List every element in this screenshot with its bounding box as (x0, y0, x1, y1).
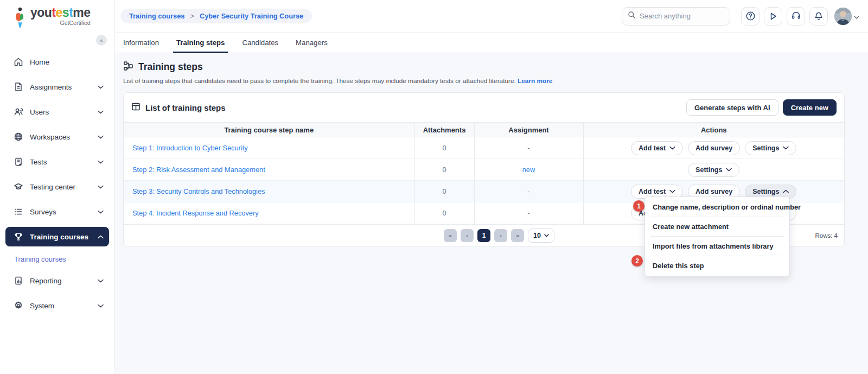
learn-more-link[interactable]: Learn more (518, 77, 552, 85)
chevron-up-icon (783, 189, 789, 193)
sidebar-subitem-training-courses[interactable]: Training courses (5, 252, 109, 271)
breadcrumb-current-course[interactable]: Cyber Security Training Course (200, 12, 303, 20)
sidebar-item-label: Reporting (30, 277, 97, 285)
course-tabs: Information Training steps Candidates Ma… (115, 33, 868, 53)
sidebar-item-assignments[interactable]: Assignments (5, 77, 109, 97)
pagination-first-button[interactable]: « (444, 229, 457, 242)
step-link[interactable]: Step 3: Security Controls and Technologi… (132, 187, 265, 195)
annotation-badge-2: 2 (631, 255, 643, 267)
generate-steps-ai-button[interactable]: Generate steps with AI (686, 99, 778, 116)
sidebar-item-system[interactable]: System (5, 296, 109, 315)
logo[interactable]: youtestme GetCertified (0, 0, 114, 34)
create-new-button[interactable]: Create new (783, 99, 837, 116)
list-icon (13, 207, 23, 217)
menu-item-import-files[interactable]: Import files from attachments library (645, 237, 789, 256)
menu-item-delete-step[interactable]: Delete this step (645, 256, 789, 275)
add-test-button[interactable]: Add test (631, 141, 683, 155)
chevron-down-icon (783, 146, 789, 150)
main-area: Training courses > Cyber Security Traini… (115, 0, 868, 374)
notifications-bell-button[interactable] (809, 7, 828, 26)
assignment-value: - (474, 137, 583, 159)
sidebar-collapse-button[interactable]: « (96, 35, 107, 46)
sidebar: youtestme GetCertified « Home Assignment… (0, 0, 115, 374)
sidebar-item-label: Assignments (30, 83, 97, 91)
settings-button[interactable]: Settings (745, 141, 796, 155)
globe-icon (13, 132, 23, 142)
sidebar-nav: Home Assignments Users Workspaces (0, 34, 114, 315)
sidebar-item-surveys[interactable]: Surveys (5, 202, 109, 221)
annotation-badge-1: 1 (633, 200, 644, 212)
add-test-label: Add test (639, 144, 666, 152)
table-row: Step 1: Introduction to Cyber Security 0… (124, 137, 844, 159)
pagination-next-button[interactable]: › (494, 229, 507, 242)
sidebar-item-label: System (30, 302, 97, 310)
sidebar-item-label: Testing center (30, 183, 97, 191)
card-title-text: List of training steps (145, 103, 226, 112)
add-survey-button[interactable]: Add survey (688, 141, 740, 155)
pagination-prev-button[interactable]: ‹ (461, 229, 474, 242)
column-actions: Actions (583, 123, 844, 137)
logo-seg: e (56, 5, 62, 20)
logo-person-icon (12, 7, 27, 34)
report-icon (13, 276, 23, 286)
settings-label: Settings (752, 144, 779, 152)
global-search[interactable] (622, 7, 730, 26)
sidebar-item-reporting[interactable]: Reporting (5, 271, 109, 290)
breadcrumb-training-courses[interactable]: Training courses (129, 12, 184, 20)
column-assignment: Assignment (474, 123, 583, 137)
logo-seg: s (62, 5, 69, 20)
tab-training-steps[interactable]: Training steps (176, 33, 225, 53)
attachments-count: 0 (414, 181, 474, 202)
help-button[interactable] (741, 7, 760, 26)
menu-item-change-name[interactable]: Change name, description or ordinal numb… (645, 198, 789, 217)
sidebar-item-training-courses[interactable]: Training courses (5, 227, 109, 246)
step-link[interactable]: Step 4: Incident Response and Recovery (132, 209, 259, 217)
sidebar-item-label: Tests (30, 158, 97, 166)
chevron-down-icon (97, 183, 104, 190)
attachments-count: 0 (414, 137, 474, 159)
trophy-icon (13, 232, 23, 242)
settings-label: Settings (752, 188, 779, 195)
add-survey-label: Add survey (695, 144, 732, 152)
collapse-icon: « (100, 37, 103, 43)
logo-tagline: GetCertified (30, 20, 91, 26)
sidebar-item-workspaces[interactable]: Workspaces (5, 127, 109, 147)
gear-icon (13, 301, 23, 311)
sidebar-item-testing-center[interactable]: Testing center (5, 177, 109, 196)
sidebar-item-label: Surveys (30, 208, 97, 216)
chevron-down-icon (97, 302, 104, 309)
logo-seg: you (30, 5, 52, 20)
chevron-down-icon (97, 208, 104, 215)
play-tour-button[interactable] (764, 7, 782, 26)
settings-button[interactable]: Settings (688, 163, 739, 177)
menu-item-create-attachment[interactable]: Create new attachment (645, 217, 789, 236)
avatar[interactable] (834, 8, 852, 25)
page-size-select[interactable]: 10 (528, 229, 554, 243)
tab-managers[interactable]: Managers (296, 33, 328, 53)
assignment-link[interactable]: new (522, 166, 535, 174)
search-input[interactable] (640, 12, 721, 20)
sidebar-item-users[interactable]: Users (5, 102, 109, 122)
sidebar-item-home[interactable]: Home (5, 52, 109, 72)
add-test-label: Add test (639, 188, 666, 195)
chevron-down-icon (669, 189, 675, 193)
support-headset-button[interactable] (787, 7, 805, 26)
tab-information[interactable]: Information (123, 33, 159, 53)
chevron-down-icon (726, 168, 732, 172)
pagination-page-1[interactable]: 1 (477, 229, 490, 242)
column-step-name: Training course step name (124, 123, 414, 137)
step-link[interactable]: Step 2: Risk Assessment and Management (132, 166, 265, 174)
assignment-value: - (474, 202, 583, 224)
chevron-down-icon (97, 159, 104, 165)
user-menu[interactable] (834, 8, 859, 25)
tab-candidates[interactable]: Candidates (242, 33, 278, 53)
step-link[interactable]: Step 1: Introduction to Cyber Security (132, 144, 248, 152)
page-description-text: List of training steps that candidates n… (123, 77, 516, 85)
pagination-last-button[interactable]: » (511, 229, 524, 242)
chevron-down-icon (97, 134, 104, 140)
search-icon (628, 11, 636, 21)
chevron-down-icon (669, 146, 675, 150)
sidebar-item-tests[interactable]: Tests (5, 152, 109, 172)
assignment-value: - (474, 181, 583, 202)
table-row: Step 2: Risk Assessment and Management 0… (124, 159, 844, 181)
